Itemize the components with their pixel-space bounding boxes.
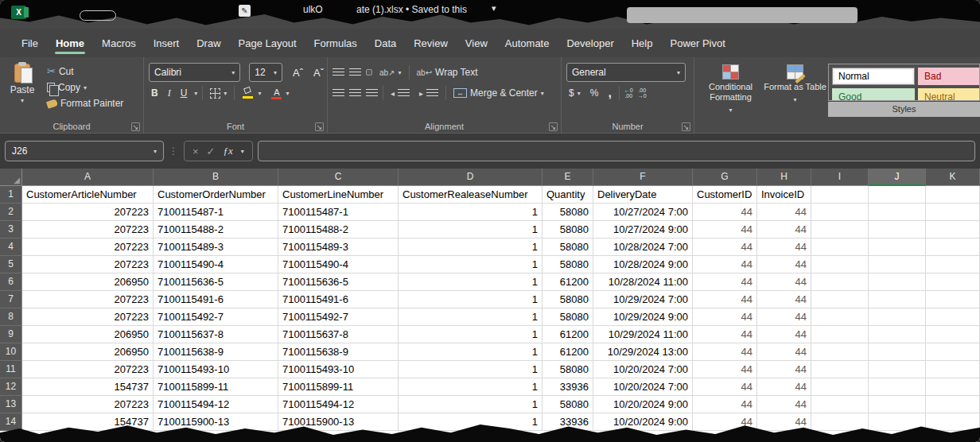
cell-B14[interactable]: 7100115900-13 xyxy=(154,413,278,431)
cell-A7[interactable]: 207223 xyxy=(22,291,154,308)
cell-D2[interactable]: 1 xyxy=(399,204,542,221)
row-header-6[interactable]: 6 xyxy=(0,273,22,291)
cell-J7[interactable] xyxy=(869,291,926,308)
cell-I2[interactable] xyxy=(811,204,869,221)
cell-D10[interactable]: 1 xyxy=(399,343,542,361)
cell-D5[interactable]: 1 xyxy=(399,256,542,273)
cell-I5[interactable] xyxy=(811,256,869,273)
cell-K10[interactable] xyxy=(926,343,980,361)
cell-B7[interactable]: 7100115491-6 xyxy=(154,291,278,308)
cell-C5[interactable]: 7100115490-4 xyxy=(278,256,399,273)
cell-F11[interactable]: 10/20/2024 7:00 xyxy=(593,361,693,378)
cell-E12[interactable]: 33936 xyxy=(542,378,593,396)
cell-A11[interactable]: 207223 xyxy=(22,361,154,378)
cell-E3[interactable]: 58080 xyxy=(542,221,593,238)
cell-B5[interactable]: 7100115490-4 xyxy=(154,256,278,273)
cell-K2[interactable] xyxy=(926,204,980,221)
cell-F2[interactable]: 10/27/2024 7:00 xyxy=(593,204,693,221)
search-box[interactable] xyxy=(627,7,858,23)
cell-H11[interactable]: 44 xyxy=(757,361,811,378)
align-right-button[interactable] xyxy=(366,89,378,98)
cell-J2[interactable] xyxy=(869,204,926,221)
cell-K7[interactable] xyxy=(926,291,980,308)
cell-A6[interactable]: 206950 xyxy=(22,273,154,291)
decrease-decimal-button[interactable]: .00→0 xyxy=(638,87,647,99)
italic-button[interactable]: I xyxy=(165,87,173,100)
cell-H2[interactable]: 44 xyxy=(757,204,811,221)
clipboard-dialog-launcher[interactable]: ↘ xyxy=(131,122,140,131)
cell-I8[interactable] xyxy=(811,308,869,326)
cell-I6[interactable] xyxy=(811,273,869,291)
column-header-F[interactable]: F xyxy=(593,169,693,186)
cell-I10[interactable] xyxy=(811,343,869,361)
tab-home[interactable]: Home xyxy=(47,29,93,57)
cell-F5[interactable]: 10/28/2024 9:00 xyxy=(593,256,693,273)
cell-F9[interactable]: 10/29/2024 11:00 xyxy=(593,326,693,343)
row-header-11[interactable]: 11 xyxy=(0,361,22,378)
cell-G8[interactable]: 44 xyxy=(693,308,757,326)
cell-G6[interactable]: 44 xyxy=(693,273,757,291)
column-header-C[interactable]: C xyxy=(278,169,399,186)
cell-A4[interactable]: 207223 xyxy=(22,238,154,256)
fill-color-button[interactable]: ▾ xyxy=(239,87,263,99)
increase-font-button[interactable]: Aˆ xyxy=(293,67,303,79)
fx-chevron-icon[interactable]: ▾ xyxy=(241,148,244,155)
cell-D13[interactable]: 1 xyxy=(399,396,542,413)
cell-E8[interactable]: 58080 xyxy=(542,308,593,326)
row-header-8[interactable]: 8 xyxy=(0,308,22,326)
cell-K8[interactable] xyxy=(926,308,980,326)
cell-D1[interactable]: CustomerRealeaseNumber xyxy=(399,186,542,204)
cell-B4[interactable]: 7100115489-3 xyxy=(154,238,278,256)
row-header-9[interactable]: 9 xyxy=(0,326,22,343)
cell-B1[interactable]: CustomerOrderNumber xyxy=(154,186,278,204)
cell-J6[interactable] xyxy=(869,273,926,291)
borders-button[interactable]: ▾ xyxy=(208,87,229,99)
row-header-7[interactable]: 7 xyxy=(0,291,22,308)
cell-H5[interactable]: 44 xyxy=(757,256,811,273)
cell-F13[interactable]: 10/20/2024 9:00 xyxy=(593,396,693,413)
cell-D6[interactable]: 1 xyxy=(399,273,542,291)
cell-G2[interactable]: 44 xyxy=(693,204,757,221)
cell-K14[interactable] xyxy=(926,413,980,431)
column-header-I[interactable]: I xyxy=(811,169,869,186)
cell-E4[interactable]: 58080 xyxy=(542,238,593,256)
cell-B2[interactable]: 7100115487-1 xyxy=(154,204,278,221)
row-header-5[interactable]: 5 xyxy=(0,256,22,273)
align-middle-button[interactable] xyxy=(349,68,361,77)
formula-input[interactable] xyxy=(258,141,975,161)
cell-J4[interactable] xyxy=(869,238,926,256)
cell-J9[interactable] xyxy=(869,326,926,343)
excel-app-icon[interactable]: X xyxy=(11,6,26,19)
column-header-G[interactable]: G xyxy=(693,169,757,186)
column-header-A[interactable]: A xyxy=(22,169,154,186)
merge-center-button[interactable]: ↔ Merge & Center ▾ xyxy=(451,87,546,99)
cell-B13[interactable]: 7100115494-12 xyxy=(154,396,278,413)
cancel-entry-button[interactable]: × xyxy=(192,145,199,157)
cell-I3[interactable] xyxy=(811,221,869,238)
row-header-10[interactable]: 10 xyxy=(0,343,22,361)
cell-E1[interactable]: Quantity xyxy=(542,186,593,204)
align-bottom-button[interactable] xyxy=(366,69,372,76)
align-top-button[interactable] xyxy=(332,68,344,77)
cell-I7[interactable] xyxy=(811,291,869,308)
cell-D11[interactable]: 1 xyxy=(399,361,542,378)
cell-J8[interactable] xyxy=(869,308,926,326)
title-chevron-down-icon[interactable]: ▾ xyxy=(492,3,496,14)
bold-button[interactable]: B xyxy=(149,87,161,99)
cell-H3[interactable]: 44 xyxy=(757,221,811,238)
cell-B6[interactable]: 7100115636-5 xyxy=(154,273,278,291)
cell-C4[interactable]: 7100115489-3 xyxy=(278,238,399,256)
cell-K12[interactable] xyxy=(926,378,980,396)
style-neutral[interactable]: Neutral xyxy=(918,88,980,101)
cell-B10[interactable]: 7100115638-9 xyxy=(154,343,278,361)
cell-E10[interactable]: 61200 xyxy=(542,343,593,361)
cell-F3[interactable]: 10/27/2024 9:00 xyxy=(593,221,693,238)
column-header-H[interactable]: H xyxy=(757,169,811,186)
tab-power-pivot[interactable]: Power Pivot xyxy=(661,29,733,57)
select-all-corner[interactable] xyxy=(0,169,22,186)
cell-I1[interactable] xyxy=(811,186,869,204)
cell-G11[interactable]: 44 xyxy=(693,361,757,378)
currency-button[interactable]: $▾ xyxy=(566,87,583,99)
cell-C7[interactable]: 7100115491-6 xyxy=(278,291,399,308)
row-header-14[interactable]: 14 xyxy=(0,413,22,431)
